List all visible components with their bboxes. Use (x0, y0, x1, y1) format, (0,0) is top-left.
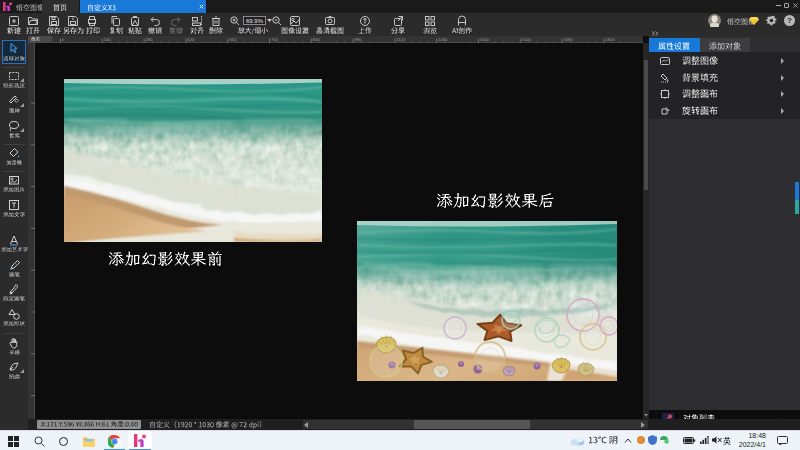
svg-text:980: 980 (354, 37, 362, 42)
svg-text:0: 0 (62, 37, 65, 42)
svg-text:1680: 1680 (563, 37, 573, 42)
svg-text:420: 420 (187, 37, 195, 42)
svg-text:1120: 1120 (396, 37, 406, 42)
svg-text:560: 560 (229, 37, 237, 42)
svg-text:700: 700 (271, 37, 279, 42)
svg-text:1400: 1400 (480, 37, 490, 42)
svg-text:1820: 1820 (605, 37, 615, 42)
svg-text:1540: 1540 (522, 37, 532, 42)
svg-text:140: 140 (104, 37, 112, 42)
svg-text:1260: 1260 (438, 37, 448, 42)
svg-text:840: 840 (313, 37, 321, 42)
svg-text:280: 280 (145, 37, 153, 42)
